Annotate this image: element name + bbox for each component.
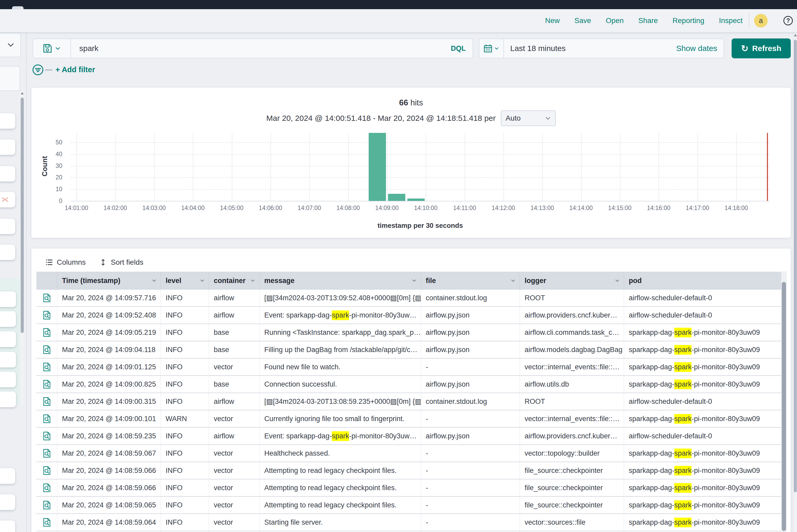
expand-document-icon[interactable] — [43, 310, 51, 320]
sidebar-field-button[interactable] — [0, 245, 15, 260]
sidebar-field-button[interactable] — [0, 468, 15, 484]
sidebar-field-button[interactable] — [0, 311, 16, 327]
nav-item-share[interactable]: Share — [638, 17, 658, 25]
sidebar-field-button[interactable] — [0, 520, 15, 532]
expand-document-icon[interactable] — [43, 345, 51, 355]
columns-button[interactable]: Columns — [45, 258, 86, 267]
sidebar-field-button[interactable] — [0, 494, 15, 510]
sidebar-field-button[interactable] — [0, 113, 15, 129]
sidebar-field-button[interactable] — [0, 139, 15, 155]
chevron-down-icon[interactable] — [510, 278, 516, 284]
cell-level: WARN — [161, 411, 209, 427]
cell-logger: airflow.models.dagbag.DagBag — [520, 341, 624, 358]
cell-container: vector — [209, 497, 259, 513]
quick-select-menu-button[interactable] — [479, 39, 504, 58]
sort-fields-button[interactable]: Sort fields — [99, 258, 143, 267]
expand-document-icon[interactable] — [43, 293, 51, 303]
expand-document-icon[interactable] — [43, 431, 51, 441]
grid-line — [71, 166, 770, 166]
cell-time: Mar 20, 2024 @ 14:08:59.064 — [57, 514, 161, 531]
cell-level: INFO — [161, 324, 209, 341]
grid-line — [309, 133, 310, 201]
table-row: Mar 20, 2024 @ 14:08:59.235INFOairflowEv… — [36, 428, 781, 445]
expand-document-icon[interactable] — [43, 483, 51, 493]
grid-line — [620, 133, 620, 201]
cell-file: airflow.py.json — [421, 341, 520, 358]
nav-item-open[interactable]: Open — [606, 17, 624, 25]
nav-item-save[interactable]: Save — [574, 17, 591, 25]
expand-document-icon[interactable] — [43, 327, 51, 337]
query-language-button[interactable]: DQL — [451, 44, 472, 53]
sidebar-field-button[interactable] — [0, 166, 15, 182]
sidebar-collapsed-select[interactable] — [0, 33, 21, 57]
grid-line — [154, 133, 155, 201]
saved-query-menu-button[interactable] — [33, 39, 71, 58]
expand-document-icon[interactable] — [43, 397, 51, 406]
interval-select[interactable]: Auto — [501, 110, 556, 126]
chevron-down-icon[interactable] — [411, 278, 417, 284]
chevron-down-icon[interactable] — [250, 278, 256, 284]
table-row: Mar 20, 2024 @ 14:09:52.408INFOairflowEv… — [36, 307, 781, 324]
cell-message: Healthcheck passed. — [259, 445, 421, 462]
x-axis-label: timestamp per 30 seconds — [71, 222, 770, 230]
sidebar-scrollbar-thumb[interactable] — [21, 98, 24, 333]
sidebar-field-button[interactable] — [0, 392, 16, 407]
cell-message: Attempting to read legacy checkpoint fil… — [259, 497, 421, 513]
sidebar-field-button[interactable] — [0, 352, 16, 367]
cell-level: INFO — [161, 428, 209, 444]
expand-document-icon[interactable] — [43, 362, 51, 372]
cell-file: airflow.py.json — [421, 307, 520, 324]
table-row: Mar 20, 2024 @ 14:09:00.315INFOairflow[▨… — [36, 393, 781, 411]
sidebar-field-button[interactable] — [0, 291, 16, 307]
table-row: Mar 20, 2024 @ 14:08:59.066INFOvectorAtt… — [36, 479, 781, 497]
cell-pod: sparkapp-dag-spark-pi-monitor-80y3uw09 — [624, 445, 781, 462]
expand-document-icon[interactable] — [43, 466, 51, 475]
avatar[interactable]: a — [754, 14, 768, 27]
sidebar-field-button[interactable] — [0, 331, 16, 347]
chevron-down-icon[interactable] — [151, 278, 157, 284]
table-header-logger[interactable]: logger — [520, 272, 624, 289]
expand-document-icon[interactable] — [43, 517, 51, 527]
nav-item-inspect[interactable]: Inspect — [719, 17, 743, 25]
table-header-file[interactable]: file — [421, 272, 520, 289]
expand-document-icon[interactable] — [43, 448, 51, 458]
cell-expand — [36, 428, 57, 444]
table-row: Mar 20, 2024 @ 14:09:01.125INFOvectorFou… — [36, 359, 781, 376]
query-bar: spark DQL — [33, 38, 473, 58]
table-header-pod[interactable]: pod — [624, 272, 781, 289]
sidebar-scroll-up-arrow[interactable] — [21, 92, 24, 94]
cell-expand — [36, 514, 57, 531]
sidebar-field-button[interactable] — [0, 218, 15, 234]
x-tick-label: 14:01:00 — [64, 205, 88, 212]
table-header-message[interactable]: message — [259, 272, 421, 289]
cell-logger: vector::topology::builder — [520, 445, 624, 462]
time-range-value[interactable]: Last 18 minutes — [504, 44, 566, 53]
nav-item-reporting[interactable]: Reporting — [672, 17, 704, 25]
expand-document-icon[interactable] — [43, 414, 51, 424]
search-input[interactable]: spark — [71, 44, 451, 53]
y-tick-label: 20 — [32, 174, 62, 181]
chevron-down-icon — [494, 46, 499, 51]
nav-item-new[interactable]: New — [545, 17, 560, 25]
sidebar-field-button[interactable] — [0, 372, 16, 387]
page-scroll-up-arrow[interactable] — [794, 34, 797, 36]
expand-document-icon[interactable] — [43, 500, 51, 510]
table-header-expand — [36, 272, 57, 289]
chevron-down-icon[interactable] — [199, 278, 205, 284]
table-scrollbar-thumb[interactable] — [782, 282, 786, 531]
table-header-container[interactable]: container — [209, 272, 259, 289]
remove-field-icon[interactable] — [1, 196, 9, 204]
refresh-button[interactable]: ↻ Refresh — [731, 38, 791, 58]
add-filter-button[interactable]: + Add filter — [55, 65, 95, 74]
page-scrollbar-thumb[interactable] — [794, 40, 797, 492]
chevron-down-icon[interactable] — [614, 278, 620, 284]
cell-level: INFO — [161, 376, 209, 393]
grid-line — [736, 133, 737, 201]
table-header-time[interactable]: Time (timestamp) — [57, 272, 161, 289]
show-dates-button[interactable]: Show dates — [676, 44, 723, 53]
filter-settings-icon[interactable] — [32, 64, 44, 76]
help-icon[interactable]: ? — [783, 16, 793, 25]
expand-document-icon[interactable] — [43, 379, 51, 389]
table-header-level[interactable]: level — [161, 272, 209, 289]
cell-expand — [36, 289, 57, 306]
